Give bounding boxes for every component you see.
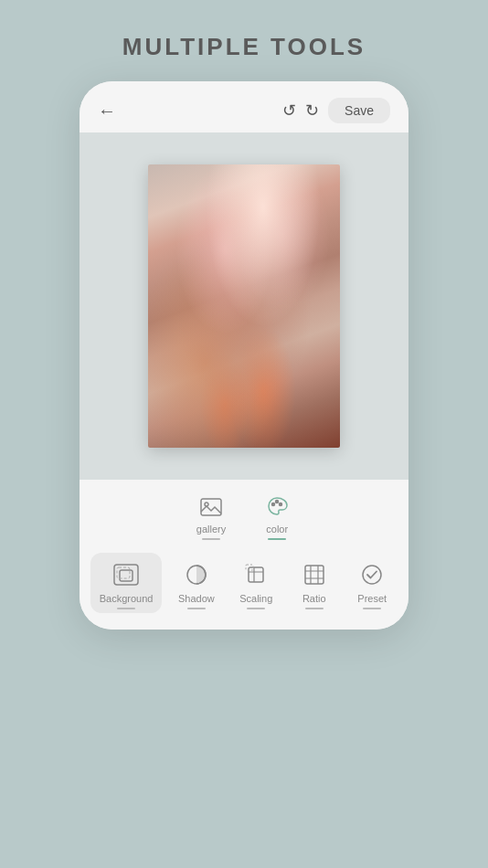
preset-indicator [363,608,381,609]
tool-ratio[interactable]: Ratio [289,553,340,613]
ratio-label: Ratio [302,593,326,604]
photo-image [148,164,340,448]
background-indicator [117,608,135,609]
gallery-icon [196,494,226,520]
svg-point-18 [363,566,381,584]
svg-rect-13 [305,566,324,584]
svg-rect-9 [249,567,263,582]
save-button[interactable]: Save [328,98,390,123]
page-title: MULTIPLE TOOLS [122,33,366,61]
svg-point-3 [276,501,279,503]
photo-frame [148,164,340,448]
image-canvas [80,132,408,480]
tool-scaling[interactable]: Scaling [230,553,281,613]
color-label: color [266,524,288,535]
background-label: Background [100,593,154,604]
toolbar-top: gallery color [80,480,408,544]
ratio-icon [298,560,331,589]
gallery-indicator [202,538,220,540]
svg-rect-6 [120,570,133,581]
phone-frame: ← ↺ ↻ Save gallery [80,81,408,630]
preset-icon [355,560,388,589]
undo-button[interactable]: ↺ [282,101,296,121]
toolbar-color[interactable]: color [262,494,292,540]
shadow-icon [180,560,213,589]
svg-rect-7 [117,567,130,578]
shadow-indicator [187,608,206,609]
scaling-indicator [247,608,265,609]
shadow-label: Shadow [178,593,215,604]
toolbar-gallery[interactable]: gallery [196,494,226,540]
color-indicator [268,538,286,540]
toolbar-bottom: Background Shadow Scal [80,544,408,630]
back-button[interactable]: ← [98,101,123,122]
tool-shadow[interactable]: Shadow [169,553,224,613]
scaling-label: Scaling [239,593,272,604]
svg-rect-0 [201,499,221,515]
background-icon [110,560,143,589]
app-header: ← ↺ ↻ Save [80,81,408,132]
ratio-indicator [305,608,324,609]
tool-background[interactable]: Background [90,553,163,613]
undo-redo-group: ↺ ↻ [282,101,319,121]
svg-point-4 [280,503,282,506]
tool-preset[interactable]: Preset [346,553,398,613]
svg-point-2 [272,503,275,506]
header-actions: ↺ ↻ Save [282,98,390,123]
gallery-label: gallery [196,524,226,535]
color-icon [262,494,292,520]
redo-button[interactable]: ↻ [305,101,319,121]
preset-label: Preset [357,593,387,604]
scaling-icon [239,560,272,589]
